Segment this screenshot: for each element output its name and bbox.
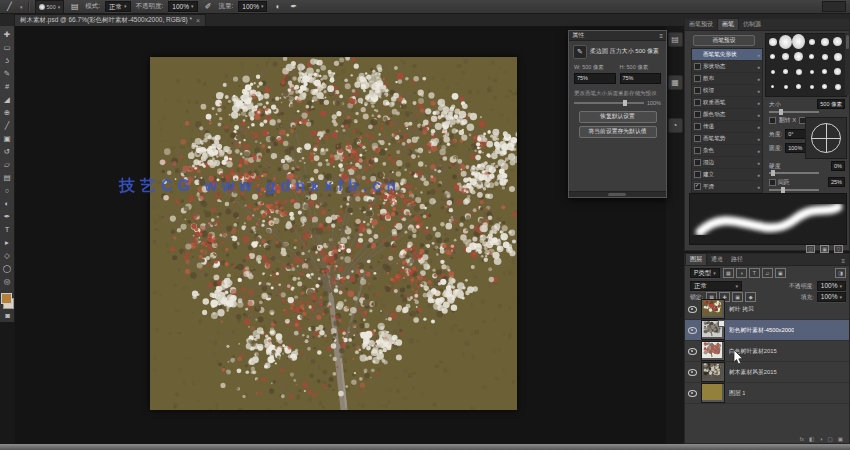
- brush-tool-icon[interactable]: ╱: [1, 119, 14, 132]
- history-brush-tool-icon[interactable]: ↺: [1, 145, 14, 158]
- eyedropper-tool-icon[interactable]: ◢: [1, 93, 14, 106]
- filter-toggle-icon[interactable]: ◨: [835, 268, 846, 278]
- healing-brush-tool-icon[interactable]: ⊕: [1, 106, 14, 119]
- opacity-input[interactable]: 100% ▾: [168, 1, 197, 12]
- brush-setting-row[interactable]: 散布 ●: [692, 73, 762, 85]
- hardness-slider-handle[interactable]: [771, 170, 775, 176]
- spacing-checkbox[interactable]: [769, 179, 776, 186]
- size-slider[interactable]: [769, 111, 819, 113]
- layer-row-3[interactable]: 白色树叶素材2015: [685, 341, 849, 362]
- layer-name[interactable]: 图层 1: [729, 389, 745, 398]
- type-tool-icon[interactable]: T: [1, 223, 14, 236]
- layer-visibility-eye-icon[interactable]: [688, 347, 697, 356]
- layer-visibility-eye-icon[interactable]: [688, 368, 697, 377]
- tab-channels[interactable]: 通道: [707, 254, 727, 265]
- dodge-tool-icon[interactable]: ◐: [1, 197, 14, 210]
- reset-defaults-button[interactable]: 恢复默认设置: [579, 111, 657, 123]
- workspace-switcher[interactable]: [822, 1, 846, 12]
- tool-caret-icon[interactable]: ▾: [20, 4, 23, 10]
- brush-tip[interactable]: [766, 34, 779, 49]
- setting-checkbox[interactable]: [694, 63, 701, 70]
- lock-icon[interactable]: ●: [757, 100, 760, 106]
- hardness-slider[interactable]: [769, 172, 819, 174]
- document-canvas[interactable]: [150, 57, 517, 410]
- tree-image[interactable]: [150, 57, 517, 410]
- filter-type-icon[interactable]: ▣: [775, 268, 786, 278]
- layer-thumbnail[interactable]: [701, 383, 725, 403]
- layer-row-2[interactable]: 彩色树叶素材-4500x2000: [685, 320, 849, 341]
- info-panel-icon[interactable]: ◔: [668, 118, 683, 133]
- brush-tip[interactable]: [792, 34, 805, 49]
- brush-tip[interactable]: [792, 79, 805, 94]
- brush-panel-action-icon[interactable]: ▣: [820, 245, 829, 253]
- lock-icon[interactable]: ●: [757, 136, 760, 142]
- video-progress-bar[interactable]: [0, 444, 850, 450]
- brush-tip[interactable]: [831, 64, 844, 79]
- slider-handle[interactable]: [623, 100, 627, 106]
- setting-checkbox[interactable]: [694, 75, 701, 82]
- lasso-tool-icon[interactable]: ʖ: [1, 54, 14, 67]
- brush-presets-button[interactable]: 画笔预设: [693, 35, 755, 46]
- setting-checkbox[interactable]: [694, 87, 701, 94]
- airbrush-toggle-icon[interactable]: ◐: [272, 1, 283, 12]
- quick-select-tool-icon[interactable]: ✎: [1, 67, 14, 80]
- layer-row-1[interactable]: 树叶 拷贝: [685, 299, 849, 320]
- brush-tip[interactable]: [779, 34, 792, 49]
- brush-setting-row[interactable]: 湿边 ●: [692, 157, 762, 169]
- clone-stamp-tool-icon[interactable]: ▣: [1, 132, 14, 145]
- lock-icon[interactable]: ●: [757, 76, 760, 82]
- eraser-tool-icon[interactable]: ▱: [1, 158, 14, 171]
- swatches-panel-icon[interactable]: ▦: [668, 75, 683, 90]
- brush-tip[interactable]: [805, 79, 818, 94]
- hardness-value[interactable]: 0%: [831, 161, 845, 171]
- brush-tip[interactable]: [831, 79, 844, 94]
- tab-clone-source[interactable]: 仿制源: [739, 19, 765, 30]
- lock-icon[interactable]: ●: [757, 184, 760, 190]
- layer-name[interactable]: 树木素材风景2015: [729, 368, 777, 377]
- save-as-default-button[interactable]: 将当前设置存为默认值: [579, 126, 657, 138]
- layers-action-icon[interactable]: ▣: [838, 436, 843, 442]
- brush-panel-action-icon[interactable]: ▽: [834, 245, 843, 253]
- filter-type-icon[interactable]: T: [749, 268, 760, 278]
- dialog-slider[interactable]: [574, 102, 644, 104]
- layer-thumbnail[interactable]: [701, 362, 725, 382]
- brush-preset-picker[interactable]: 500 ▾: [35, 0, 65, 14]
- brush-tip[interactable]: [766, 64, 779, 79]
- layer-name[interactable]: 树叶 拷贝: [729, 305, 754, 314]
- brush-tip[interactable]: [792, 49, 805, 64]
- filter-type-icon[interactable]: ◑: [736, 268, 747, 278]
- brush-tip[interactable]: [766, 79, 779, 94]
- tab-layers[interactable]: 图层: [685, 253, 707, 265]
- layer-thumbnail[interactable]: [701, 341, 725, 361]
- brush-tip[interactable]: [831, 49, 844, 64]
- brush-setting-row[interactable]: 画笔笔势 ●: [692, 133, 762, 145]
- brush-setting-row[interactable]: 平滑 ●: [692, 181, 762, 193]
- layers-action-icon[interactable]: ◑: [819, 436, 822, 442]
- marquee-tool-icon[interactable]: ▭: [1, 41, 14, 54]
- layer-name[interactable]: 彩色树叶素材-4500x2000: [729, 326, 794, 335]
- shape-tool-icon[interactable]: ◇: [1, 249, 14, 262]
- lock-icon[interactable]: ●: [757, 64, 760, 70]
- tab-brush-presets[interactable]: 画笔预设: [685, 19, 717, 30]
- document-tab[interactable]: 树木素材.psd @ 66.7%(彩色树叶素材-4500x2000, RGB/8…: [14, 14, 206, 26]
- brush-setting-row[interactable]: 杂色 ●: [692, 145, 762, 157]
- flip-x-checkbox[interactable]: [769, 117, 776, 124]
- brush-setting-row[interactable]: 画笔笔尖形状 ●: [692, 49, 762, 61]
- zoom-tool-icon[interactable]: ◎: [1, 275, 14, 288]
- tab-brush[interactable]: 画笔: [717, 18, 739, 30]
- blend-mode-select[interactable]: 正常 ▾: [105, 1, 131, 12]
- close-tab-icon[interactable]: ×: [196, 17, 200, 24]
- brush-tip[interactable]: [831, 34, 844, 49]
- setting-checkbox[interactable]: [694, 135, 701, 142]
- layer-visibility-eye-icon[interactable]: [688, 389, 697, 398]
- lock-icon[interactable]: ●: [757, 88, 760, 94]
- brush-setting-row[interactable]: 纹理 ●: [692, 85, 762, 97]
- setting-checkbox[interactable]: [694, 99, 701, 106]
- setting-checkbox[interactable]: [694, 111, 701, 118]
- brush-tool-badge-icon[interactable]: ╱: [4, 1, 15, 12]
- brush-tip[interactable]: [779, 64, 792, 79]
- layer-visibility-eye-icon[interactable]: [688, 326, 697, 335]
- size-slider-handle[interactable]: [779, 109, 783, 115]
- lock-icon[interactable]: ●: [757, 160, 760, 166]
- layer-thumbnail[interactable]: [701, 299, 725, 319]
